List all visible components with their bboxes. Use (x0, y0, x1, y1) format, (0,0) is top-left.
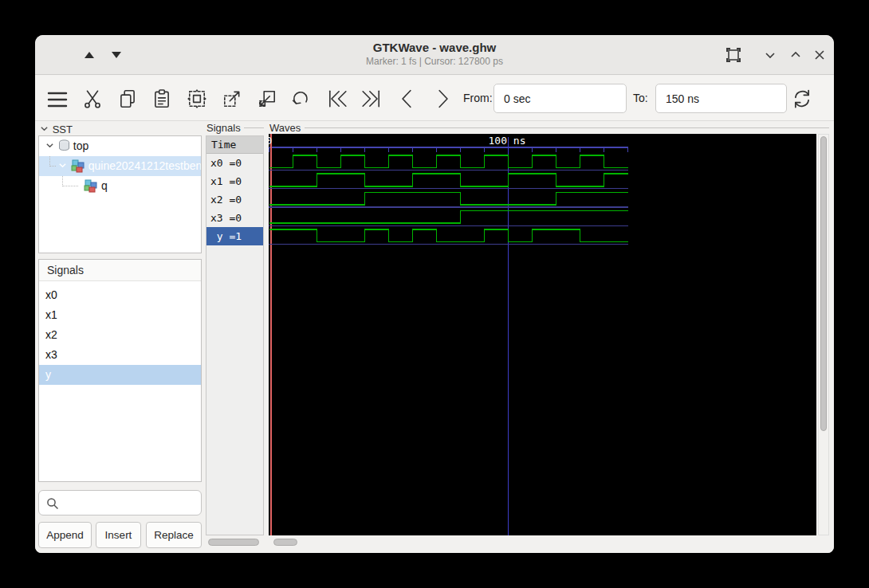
wave-signal-value-row[interactable]: x1 =0 (206, 172, 263, 190)
module-icon (84, 179, 98, 193)
module-icon (71, 159, 85, 173)
cut-icon[interactable] (82, 88, 103, 109)
to-input[interactable] (655, 84, 787, 113)
fit-window-icon[interactable] (725, 47, 741, 63)
expander-icon[interactable] (45, 136, 55, 146)
sst-label: SST (53, 123, 73, 135)
waves-vscrollbar[interactable] (818, 134, 829, 535)
tree-label: top (73, 139, 88, 152)
sst-expander-icon[interactable] (40, 123, 49, 133)
reload-icon[interactable] (791, 88, 813, 110)
tree-label: q (101, 179, 108, 192)
waves-hscrollbar[interactable] (269, 537, 816, 548)
maximize-icon[interactable] (788, 47, 804, 63)
step-back-icon[interactable] (397, 88, 418, 109)
titlebar: GTKWave - wave.ghw Marker: 1 fs | Cursor… (35, 35, 834, 75)
tree-row-top[interactable]: top (39, 136, 201, 156)
gtkwave-window: GTKWave - wave.ghw Marker: 1 fs | Cursor… (35, 35, 834, 553)
signal-column-label: Signals (206, 122, 241, 134)
signal-item-x2[interactable]: x2 (39, 325, 201, 345)
signal-item-x3[interactable]: x3 (39, 345, 201, 365)
signal-search (38, 490, 202, 515)
tree-label: quine20241212testbench (88, 159, 201, 172)
signal-item-x0[interactable]: x0 (39, 285, 201, 305)
toolbar: From: To: (35, 76, 834, 121)
wave-signal-value-row[interactable]: x0 =0 (206, 154, 263, 172)
signal-column-hscrollbar[interactable] (206, 537, 264, 548)
time-header[interactable]: Time (206, 136, 263, 154)
tree-row-q[interactable]: q (39, 176, 201, 196)
main-content: SST top quine20241212testbench q (35, 121, 834, 553)
wave-signal-value-row[interactable]: x2 =0 (206, 190, 263, 209)
from-label: From: (463, 76, 493, 121)
close-icon[interactable] (812, 47, 828, 63)
signals-panel-header: Signals (39, 260, 201, 281)
copy-icon[interactable] (117, 88, 138, 109)
signal-search-input[interactable] (63, 492, 199, 514)
signal-item-x1[interactable]: x1 (39, 305, 201, 325)
zoom-out-icon[interactable] (257, 88, 277, 109)
zoom-fit-icon[interactable] (187, 88, 207, 109)
undo-icon[interactable] (291, 88, 312, 109)
sst-header[interactable]: SST (40, 123, 73, 135)
sst-tree: top quine20241212testbench q (38, 135, 202, 253)
skip-to-start-icon[interactable] (327, 88, 348, 109)
signal-item-y[interactable]: y (39, 365, 201, 385)
hierarchy-root-icon (58, 139, 70, 152)
svg-text:100 ns: 100 ns (489, 135, 526, 147)
expander-icon[interactable] (58, 156, 68, 166)
paste-icon[interactable] (151, 88, 172, 109)
zoom-in-icon[interactable] (222, 88, 242, 109)
wave-signal-value-row[interactable]: x3 =0 (206, 209, 263, 227)
marker-cursor-status: Marker: 1 fs | Cursor: 127800 ps (35, 56, 834, 67)
window-title: GTKWave - wave.ghw (35, 41, 834, 54)
replace-button[interactable]: Replace (146, 522, 202, 548)
step-forward-icon[interactable] (432, 88, 453, 109)
tree-row-testbench[interactable]: quine20241212testbench (39, 156, 201, 176)
minimize-icon[interactable] (762, 47, 778, 63)
append-button[interactable]: Append (38, 522, 92, 548)
search-icon (46, 497, 59, 510)
signals-panel: Signals x0 x1 x2 x3 y (38, 259, 202, 482)
waveform-svg: 0100 ns (269, 134, 816, 535)
waveform-canvas[interactable]: 0100 ns (269, 134, 816, 535)
wave-signal-value-row[interactable]: y =1 (206, 227, 263, 245)
from-input[interactable] (493, 84, 627, 113)
waves-label: Waves (269, 122, 301, 134)
insert-button[interactable]: Insert (96, 522, 141, 548)
svg-text:0: 0 (269, 135, 272, 147)
skip-to-end-icon[interactable] (361, 88, 382, 109)
signal-value-column: Time x0 =0 x1 =0 x2 =0 x3 =0 y =1 (206, 135, 264, 535)
to-label: To: (633, 76, 648, 121)
menu-icon[interactable] (45, 89, 70, 110)
signals-list: x0 x1 x2 x3 y (39, 281, 201, 385)
